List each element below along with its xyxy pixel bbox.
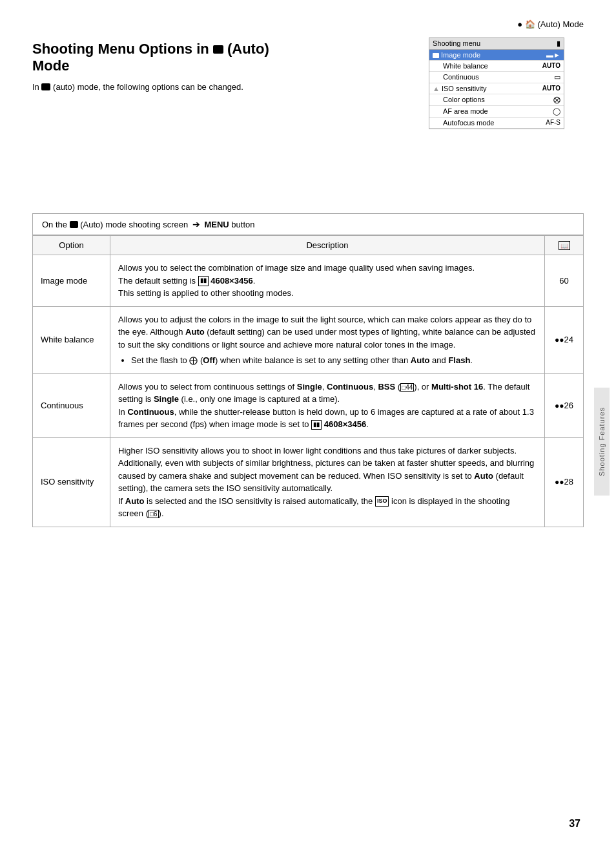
table-row: White balance Allows you to adjust the c… [33, 306, 584, 373]
option-continuous: Continuous [33, 373, 110, 437]
col-header-ref: 📖 [545, 236, 584, 255]
ref-image-mode: 60 [545, 255, 584, 307]
table-row: Image mode Allows you to select the comb… [33, 255, 584, 307]
table-row: ISO sensitivity Higher ISO sensitivity a… [33, 437, 584, 527]
camera-icon-header: ● [517, 19, 522, 29]
col-header-option: Option [33, 236, 110, 255]
nav-box: On the (Auto) mode shooting screen ➔ MEN… [32, 213, 584, 235]
nav-box-text: On the (Auto) mode shooting screen ➔ MEN… [42, 220, 254, 229]
menu-row-iso: ▲ISO sensitivity AUTO [429, 83, 564, 94]
desc-white-balance: Allows you to adjust the colors in the i… [110, 306, 545, 373]
ref-white-balance: ●●24 [545, 306, 584, 373]
col-header-description: Description [110, 236, 545, 255]
menu-row-af-area: AF area mode ◯ [429, 106, 564, 118]
header-title: 🏠 (Auto) Mode [525, 19, 584, 29]
ref-continuous: ●●26 [545, 373, 584, 437]
menu-screenshot: Shooting menu ▮ Image mode ▬► White bala… [429, 37, 564, 129]
option-white-balance: White balance [33, 306, 110, 373]
menu-header: Shooting menu ▮ [429, 38, 564, 50]
menu-row-color: Color options ⨂ [429, 94, 564, 106]
menu-row-image-mode: Image mode ▬► [429, 50, 564, 61]
page-header: ● 🏠 (Auto) Mode [32, 19, 584, 29]
side-label-shooting-features: Shooting Features [594, 388, 610, 496]
menu-row-continuous: Continuous ▭ [429, 72, 564, 83]
ref-iso: ●●28 [545, 437, 584, 527]
page-title: Shooting Menu Options in (Auto) Mode [32, 41, 278, 74]
desc-image-mode: Allows you to select the combination of … [110, 255, 545, 307]
menu-header-icon: ▮ [557, 39, 560, 48]
option-iso: ISO sensitivity [33, 437, 110, 527]
menu-header-label: Shooting menu [433, 39, 480, 48]
desc-continuous: Allows you to select from continuous set… [110, 373, 545, 437]
menu-row-white-balance: White balance AUTO [429, 61, 564, 72]
intro-text: In (auto) mode, the following options ca… [32, 81, 278, 94]
desc-iso: Higher ISO sensitivity allows you to sho… [110, 437, 545, 527]
option-image-mode: Image mode [33, 255, 110, 307]
menu-row-autofocus: Autofocus mode AF-S [429, 118, 564, 129]
page-number: 37 [569, 818, 580, 830]
table-row: Continuous Allows you to select from con… [33, 373, 584, 437]
options-table: Option Description 📖 Image mode Allows y… [32, 235, 584, 527]
